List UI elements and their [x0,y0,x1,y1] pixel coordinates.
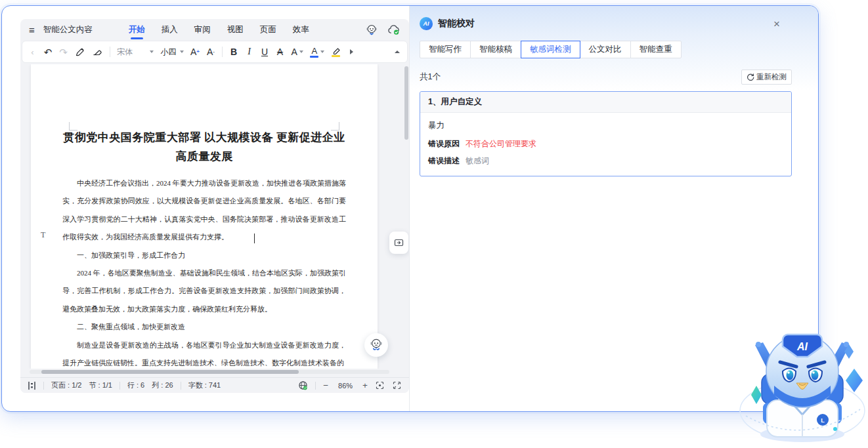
highlight-color-swatch [332,55,340,57]
underline-button[interactable]: U [261,47,269,56]
status-separator [119,382,120,390]
ai-robot-mascot: L AI [737,317,868,448]
strikethrough-button[interactable]: A [276,47,284,56]
chevron-down-icon [320,51,324,53]
decrease-font-button[interactable]: A- [207,47,215,56]
bold-button[interactable]: B [230,47,238,56]
card-header: 1、用户自定义 [420,92,791,113]
fit-page-icon[interactable] [375,380,385,390]
document-canvas: 贯彻党中央国务院重大部署 以大规模设备 更新促进企业高质量发展 中央经济工作会议… [20,64,409,369]
font-family-select[interactable]: 宋体 [117,47,154,58]
doc-paragraph[interactable]: 一、加强政策引导，形成工作合力 [62,247,346,264]
sidebar-expand-button[interactable] [389,232,408,254]
doc-paragraph[interactable]: 制造业是设备更新改造的主战场，各地区要引导企业加大制造业设备更新改造力度，提升产… [62,336,346,369]
panel-title: 智能校对 [438,18,475,30]
panel-tabs: 智能写作 智能核稿 敏感词检测 公文对比 智能查重 [420,41,818,58]
font-size-select[interactable]: 小四 [161,47,184,58]
chevron-up-icon [395,51,400,53]
cloud-saved-icon[interactable] [387,24,401,35]
chevron-down-icon [299,51,303,53]
redo-button: ↷ [59,47,68,57]
zoom-out-button[interactable]: − [323,380,328,390]
more-tools-button[interactable] [347,49,356,54]
margin-marker: T [41,230,45,240]
refresh-icon [747,73,754,81]
horizontal-scrollbar-thumb[interactable] [41,370,299,374]
status-separator [315,382,316,390]
tab-smart-dedup[interactable]: 智能查重 [630,41,682,58]
tab-page[interactable]: 页面 [260,21,276,39]
font-color-button[interactable]: A [310,47,324,58]
document-page[interactable]: 贯彻党中央国务院重大部署 以大规模设备 更新促进企业高质量发展 中央经济工作会议… [31,64,378,369]
doc-heading[interactable]: 贯彻党中央国务院重大部署 以大规模设备 更新促进企业高质量发展 [62,64,346,166]
svg-text:AI: AI [796,341,808,352]
vertical-scrollbar-thumb[interactable] [404,66,408,140]
sensitive-term: 暴力 [428,120,783,131]
recheck-button[interactable]: 重新检测 [741,70,792,85]
tab-smart-review[interactable]: 智能核稿 [470,41,521,58]
editor-pane: ≡ 智能公文内容 开始 插入 审阅 视图 页面 效率 ‹ ↶ [20,19,409,393]
format-toolbar: ‹ ↶ ↷ 宋体 小四 A+ A- [22,41,408,63]
italic-button[interactable]: I [245,47,253,56]
font-size-value: 小四 [161,47,177,58]
doc-paragraph[interactable]: 二、聚焦重点领域，加快更新改造 [62,318,346,336]
card-body: 暴力 错误原因 不符合公司管理要求 错误描述 敏感词 [420,113,791,176]
tab-smart-writing[interactable]: 智能写作 [420,41,471,58]
document-body: 贯彻党中央国务院重大部署 以大规模设备 更新促进企业高质量发展 中央经济工作会议… [62,64,346,369]
recheck-label: 重新检测 [756,72,787,82]
tab-view[interactable]: 视图 [227,21,244,39]
margin-crop-mark [69,122,77,131]
toolbar-separator [110,47,110,57]
ribbon-tabs: 开始 插入 审阅 视图 页面 效率 [129,21,309,39]
svg-text:L: L [821,417,825,424]
hamburger-menu-icon[interactable]: ≡ [29,24,35,35]
toolbar-separator [222,47,223,57]
increase-font-button[interactable]: A+ [190,47,200,56]
assistant-avatar-icon[interactable] [366,24,378,35]
description-label: 错误描述 [428,155,460,167]
document-name: 智能公文内容 [43,24,93,35]
doc-paragraph[interactable]: 中央经济工作会议指出，2024 年要大力推动设备更新改造，加快推进各项政策措施落… [62,174,346,247]
menu-bar: ≡ 智能公文内容 开始 插入 审阅 视图 页面 效率 [20,19,409,40]
card-category: 用户自定义 [441,97,482,106]
font-color-swatch [310,56,318,58]
reason-label: 错误原因 [428,138,460,150]
close-icon[interactable]: × [773,18,780,30]
horizontal-scrollbar[interactable] [30,370,389,374]
description-value: 敏感词 [466,155,489,167]
margin-crop-mark [331,122,339,131]
tab-insert[interactable]: 插入 [162,21,178,39]
status-page: 页面 : 1/2 [51,380,81,390]
collapse-toolbar-button[interactable] [393,51,401,53]
tab-home[interactable]: 开始 [129,21,145,39]
status-bar: 页面 : 1/2 节 : 1/1 行 : 6 列 : 26 字数 : 741 −… [20,377,409,393]
status-separator [181,382,181,390]
tab-sensitive-word-detect[interactable]: 敏感词检测 [521,41,580,58]
status-column: 列 : 26 [152,380,173,390]
doc-paragraph[interactable]: 2024 年，各地区要聚焦制造业、基础设施和民生领域，结合本地区实际，加强政策引… [62,264,346,318]
tab-review[interactable]: 审阅 [194,21,211,39]
ai-badge-icon: AI [420,17,433,30]
ai-assistant-floating-button[interactable] [364,333,388,357]
vertical-scrollbar[interactable] [404,66,408,365]
fullscreen-icon[interactable] [392,380,402,390]
spellcheck-globe-icon[interactable] [298,380,308,390]
menu-right-icons [366,24,401,35]
toolbar-back-icon: ‹ [28,48,37,56]
zoom-level[interactable]: 86% [336,382,355,390]
sensitive-word-card[interactable]: 1、用户自定义 暴力 错误原因 不符合公司管理要求 错误描述 敏感词 [420,91,792,176]
tab-doc-compare[interactable]: 公文对比 [580,41,631,58]
page-layout-icon[interactable] [28,381,36,390]
text-effects-button[interactable]: A [292,47,303,56]
card-index: 1、 [428,97,441,106]
eraser-button[interactable] [92,47,102,57]
triangle-right-icon [350,49,353,54]
format-painter-button[interactable] [75,47,85,57]
result-meta-row: 共1个 重新检测 [420,70,792,85]
highlight-button[interactable] [332,47,341,57]
undo-button[interactable]: ↶ [44,47,53,57]
status-section: 节 : 1/1 [89,380,112,390]
tab-efficiency[interactable]: 效率 [293,21,309,39]
status-word-count: 字数 : 741 [188,380,221,390]
zoom-in-button[interactable]: + [362,380,368,390]
